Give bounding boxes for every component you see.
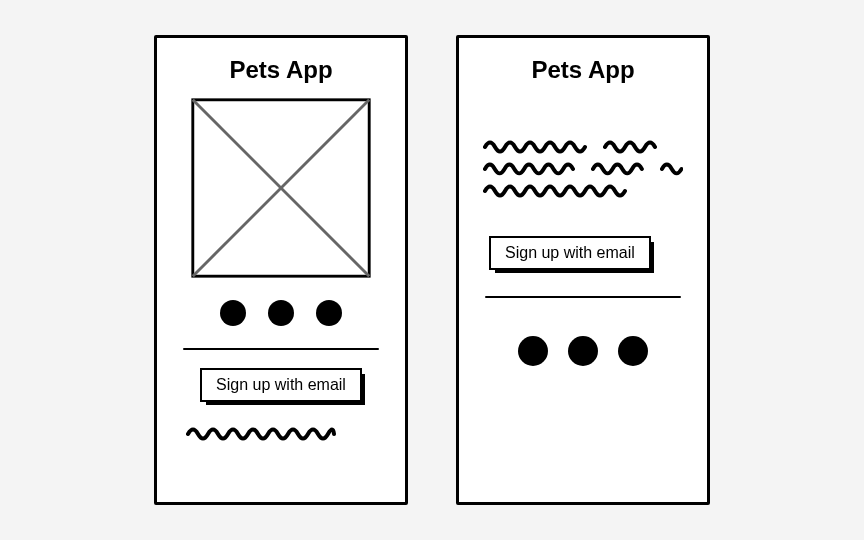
page-dots xyxy=(220,300,342,326)
app-title: Pets App xyxy=(531,56,634,84)
dot-icon[interactable] xyxy=(268,300,294,326)
wireframe-screen-a: Pets App Sign up with email xyxy=(154,35,408,505)
dot-icon[interactable] xyxy=(316,300,342,326)
squiggle-text-icon xyxy=(591,160,650,176)
signup-email-button[interactable]: Sign up with email xyxy=(200,368,362,402)
squiggle-text-icon xyxy=(660,160,683,176)
page-dots xyxy=(518,336,648,366)
squiggle-text-block xyxy=(483,138,683,198)
squiggle-text-icon xyxy=(483,182,633,198)
dot-icon[interactable] xyxy=(518,336,548,366)
divider xyxy=(485,296,681,298)
app-title: Pets App xyxy=(229,56,332,84)
wireframe-screen-b: Pets App Sign up with email xyxy=(456,35,710,505)
squiggle-text-icon xyxy=(483,160,581,176)
squiggle-text-icon xyxy=(186,424,376,442)
signup-email-button[interactable]: Sign up with email xyxy=(489,236,651,270)
image-placeholder-icon xyxy=(191,98,371,278)
dot-icon[interactable] xyxy=(618,336,648,366)
dot-icon[interactable] xyxy=(220,300,246,326)
squiggle-text-icon xyxy=(603,138,663,154)
dot-icon[interactable] xyxy=(568,336,598,366)
squiggle-text-icon xyxy=(483,138,593,154)
divider xyxy=(183,348,379,350)
